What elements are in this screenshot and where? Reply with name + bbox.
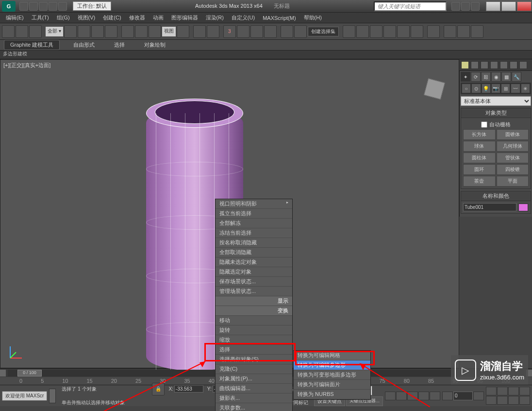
ctx-item[interactable]: 隐藏未选定对象: [216, 257, 292, 267]
object-color-swatch[interactable]: [518, 204, 528, 211]
zoom-extents-all-icon[interactable]: [519, 387, 530, 395]
snap-icon[interactable]: 3: [223, 25, 236, 38]
schematic-icon[interactable]: [411, 25, 423, 38]
spacewarps-icon[interactable]: 〰: [511, 84, 520, 93]
viewcube[interactable]: [420, 74, 449, 103]
render-frame-icon[interactable]: [457, 25, 470, 38]
selection-set-dropdown[interactable]: 创建选择集: [308, 27, 339, 36]
mirror-icon[interactable]: [343, 25, 355, 38]
ribbon-tab[interactable]: 自由形式: [67, 40, 100, 50]
autogrid-checkbox[interactable]: [481, 121, 487, 128]
current-frame-input[interactable]: [453, 392, 473, 400]
menu-item[interactable]: 自定义(U): [228, 13, 259, 22]
select-name-icon[interactable]: [78, 25, 90, 38]
ribbon-tab[interactable]: Graphite 建模工具: [4, 40, 60, 50]
ctx-item[interactable]: 全部解冻: [216, 219, 292, 228]
fov-icon[interactable]: [486, 396, 497, 405]
menu-item[interactable]: 修改器: [125, 13, 149, 22]
ctx-item[interactable]: 缩放: [216, 335, 292, 345]
menu-item[interactable]: 编辑(E): [2, 13, 28, 22]
qat-new-icon[interactable]: [19, 2, 28, 11]
info-icon[interactable]: [471, 2, 480, 11]
lock-icon[interactable]: 🔒: [152, 383, 165, 395]
submenu-item[interactable]: 转换为可编辑网格: [294, 351, 370, 360]
move-icon[interactable]: [121, 25, 134, 38]
select-region-icon[interactable]: [91, 25, 104, 38]
time-config-icon[interactable]: [473, 392, 484, 400]
viewport[interactable]: [+][正交][真实+边面] 视口照明和阴影孤立当前选择全部解冻冻结当前选择按名…: [0, 59, 459, 368]
ctx-item[interactable]: 孤立当前选择: [216, 209, 292, 219]
primitive-button[interactable]: 球体: [463, 141, 496, 152]
primitive-button[interactable]: 四棱锥: [497, 164, 529, 175]
qat-redo-icon[interactable]: [58, 2, 67, 11]
ribbon-icon[interactable]: [383, 25, 396, 38]
ctx-item[interactable]: 旋转: [216, 325, 292, 335]
display-tab[interactable]: ▦: [501, 72, 511, 82]
ctx-item[interactable]: 视口照明和阴影: [216, 199, 292, 209]
ctx-item[interactable]: 按名称取消隐藏: [216, 238, 292, 248]
menu-item[interactable]: 帮助(H): [300, 13, 326, 22]
submenu-item[interactable]: 转换为可编辑多边形: [294, 360, 370, 370]
manipulate-icon[interactable]: [193, 25, 206, 38]
key-mode-icon[interactable]: [442, 392, 453, 400]
xview-icon[interactable]: [500, 61, 508, 69]
ribbon-tab[interactable]: 选择: [108, 40, 131, 50]
spinner-snap-icon[interactable]: [264, 25, 277, 38]
systems-icon[interactable]: ✳: [521, 84, 530, 93]
unlink-icon[interactable]: [16, 25, 28, 38]
menu-item[interactable]: 工具(T): [28, 13, 53, 22]
layer-icon[interactable]: [370, 25, 382, 38]
lights-icon[interactable]: 💡: [482, 84, 491, 93]
help-icon[interactable]: [451, 2, 460, 11]
x-coord-input[interactable]: [174, 385, 203, 393]
primitive-button[interactable]: 圆环: [463, 164, 496, 175]
primitive-dropdown[interactable]: 标准基本体: [461, 96, 531, 106]
minimize-button[interactable]: [486, 1, 500, 11]
ctx-item[interactable]: 曲线编辑器...: [216, 384, 292, 394]
viewport-label[interactable]: [+][正交][真实+边面]: [3, 62, 50, 69]
prev-frame-icon[interactable]: [396, 392, 407, 400]
goto-start-icon[interactable]: [385, 392, 396, 400]
qat-save-icon[interactable]: [39, 2, 48, 11]
wireframe-icon[interactable]: [481, 61, 488, 69]
hierarchy-tab[interactable]: ⛓: [481, 72, 491, 82]
menu-item[interactable]: 渲染(R): [202, 13, 228, 22]
app-icon[interactable]: G: [2, 1, 16, 12]
qat-open-icon[interactable]: [29, 2, 38, 11]
menu-item[interactable]: 创建(C): [99, 13, 125, 22]
play-icon[interactable]: [407, 392, 418, 400]
next-frame-icon[interactable]: [418, 392, 429, 400]
submenu-item[interactable]: 转换为可变形地面多边形: [294, 370, 370, 380]
named-sel2-icon[interactable]: [294, 25, 307, 38]
menu-item[interactable]: MAXScript(M): [259, 14, 299, 22]
object-name-input[interactable]: [463, 203, 516, 211]
zoom-icon[interactable]: [486, 387, 497, 395]
bind-icon[interactable]: [29, 25, 42, 38]
ctx-item[interactable]: 隐藏选定对象: [216, 267, 292, 277]
angle-snap-icon[interactable]: [237, 25, 249, 38]
render-icon[interactable]: [471, 25, 483, 38]
select-link-icon[interactable]: [2, 25, 15, 38]
goto-end-icon[interactable]: [430, 392, 440, 400]
helpers-icon[interactable]: ⊞: [501, 84, 510, 93]
ctx-item[interactable]: 关联参数...: [216, 403, 292, 411]
ctx-item[interactable]: 管理场景状态...: [216, 287, 292, 296]
primitive-button[interactable]: 圆锥体: [497, 129, 529, 140]
ctx-item[interactable]: 冻结当前选择: [216, 228, 292, 238]
menu-item[interactable]: 动画: [149, 13, 167, 22]
search-input[interactable]: [374, 1, 447, 11]
render-setup-icon[interactable]: [444, 25, 456, 38]
ctx-item[interactable]: 克隆(C): [216, 364, 292, 374]
ctx-item[interactable]: 保存场景状态...: [216, 277, 292, 287]
welcome-button[interactable]: 欢迎使用 MAXScr: [2, 391, 47, 401]
qat-undo-icon[interactable]: [49, 2, 57, 11]
submenu-item[interactable]: 转换为可编辑面片: [294, 380, 370, 390]
material-icon[interactable]: [427, 25, 440, 38]
geometry-icon[interactable]: ○: [462, 84, 471, 93]
primitive-button[interactable]: 圆柱体: [463, 153, 496, 163]
ctx-item[interactable]: 全部取消隐藏: [216, 248, 292, 257]
primitive-button[interactable]: 管状体: [497, 153, 529, 163]
light-icon[interactable]: [461, 61, 469, 69]
orbit-icon[interactable]: [508, 396, 519, 405]
align-icon[interactable]: [356, 25, 369, 38]
